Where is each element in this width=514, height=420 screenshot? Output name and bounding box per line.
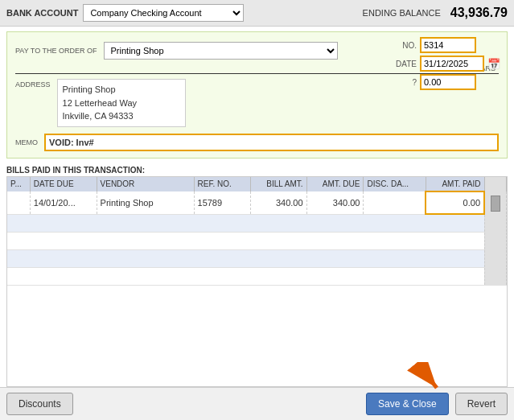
col-header-amtpaid: AMT. PAID: [426, 177, 484, 191]
pay-label: PAY TO THE ORDER OF: [15, 47, 97, 55]
save-area: Save & Close Revert: [366, 393, 508, 415]
bank-account-select[interactable]: Company Checking Account: [83, 4, 244, 22]
address-box: Printing Shop 12 Letterhead Way Inkville…: [57, 79, 186, 127]
col-header-date: DATE DUE: [30, 177, 97, 191]
amount-row: ?: [391, 74, 500, 90]
check-no-input[interactable]: [420, 37, 476, 53]
col-header-ref: REF. NO.: [194, 177, 250, 191]
bottom-bar: Discounts Save & Close Revert: [0, 387, 514, 420]
scrollbar-mid3: [484, 249, 506, 267]
check-top-right-fields: NO. DATE 📅 ?: [391, 37, 500, 90]
col-header-vendor: VENDOR: [97, 177, 194, 191]
cell-vendor[interactable]: Printing Shop: [97, 191, 194, 215]
no-label: NO.: [391, 41, 417, 50]
main-window: BANK ACCOUNT Company Checking Account EN…: [0, 0, 514, 420]
bank-account-label: BANK ACCOUNT: [6, 8, 78, 18]
col-header-bill: BILL AMT.: [250, 177, 306, 191]
scrollbar-mid2: [484, 232, 506, 249]
pay-to-select[interactable]: Printing Shop: [104, 42, 338, 60]
table-row-empty-2: [7, 232, 507, 249]
save-close-button[interactable]: Save & Close: [366, 393, 449, 415]
date-input[interactable]: [420, 56, 484, 72]
table-row: 14/01/20... Printing Shop 15789 340.00 3…: [7, 191, 507, 215]
cell-amtpaid[interactable]: 0.00: [426, 191, 484, 215]
table-row-empty-4: [7, 267, 507, 285]
scrollbar-thumb[interactable]: [491, 196, 500, 212]
pay-row: PAY TO THE ORDER OF Printing Shop: [15, 42, 338, 60]
address-line3: Inkville, CA 94333: [63, 109, 180, 123]
col-header-p: P...: [7, 177, 30, 191]
cell-due[interactable]: 340.00: [306, 191, 364, 215]
bills-section: BILLS PAID IN THIS TRANSACTION: P... DAT…: [6, 163, 508, 388]
date-row: DATE 📅: [391, 56, 500, 72]
arrow-icon: [403, 362, 451, 394]
date-label: DATE: [391, 60, 417, 68]
cell-bill[interactable]: 340.00: [250, 191, 306, 215]
ending-balance-label: ENDING BALANCE: [363, 8, 441, 18]
svg-line-1: [419, 366, 437, 388]
cell-p: [7, 191, 30, 215]
amount-input[interactable]: [420, 74, 476, 90]
ending-balance-value: 43,936.79: [450, 6, 508, 20]
memo-label: MEMO: [15, 138, 38, 146]
col-header-disc: DISC. DA...: [364, 177, 426, 191]
bills-title: BILLS PAID IN THIS TRANSACTION:: [6, 163, 508, 176]
check-area: NO. DATE 📅 ? PAY TO THE ORDER OF Printin…: [6, 31, 508, 159]
calendar-icon[interactable]: 📅: [487, 58, 500, 70]
scrollbar-mid1: [484, 214, 506, 232]
discounts-button[interactable]: Discounts: [6, 393, 73, 415]
cell-disc[interactable]: [364, 191, 426, 215]
table-row-empty-1: [7, 214, 507, 232]
memo-input[interactable]: [44, 134, 499, 151]
bills-table: P... DATE DUE VENDOR REF. NO. BILL AMT. …: [7, 177, 507, 286]
bills-table-container: P... DATE DUE VENDOR REF. NO. BILL AMT. …: [6, 176, 508, 388]
scrollbar-top: [484, 191, 506, 215]
header-bar: BANK ACCOUNT Company Checking Account EN…: [0, 0, 514, 27]
cell-ref[interactable]: 15789: [194, 191, 250, 215]
table-row-empty-3: [7, 249, 507, 267]
address-line2: 12 Letterhead Way: [63, 97, 180, 110]
address-line1: Printing Shop: [63, 83, 180, 97]
scrollbar-bot: [484, 267, 506, 285]
table-header-row: P... DATE DUE VENDOR REF. NO. BILL AMT. …: [7, 177, 507, 191]
memo-row: MEMO: [15, 134, 499, 151]
no-row: NO.: [391, 37, 500, 53]
address-label: ADDRESS: [15, 80, 51, 89]
revert-button[interactable]: Revert: [455, 393, 508, 415]
scrollbar-header: [484, 177, 506, 191]
amount-label: ?: [391, 78, 417, 87]
cell-date[interactable]: 14/01/20...: [30, 191, 97, 215]
col-header-due: AMT. DUE: [306, 177, 364, 191]
